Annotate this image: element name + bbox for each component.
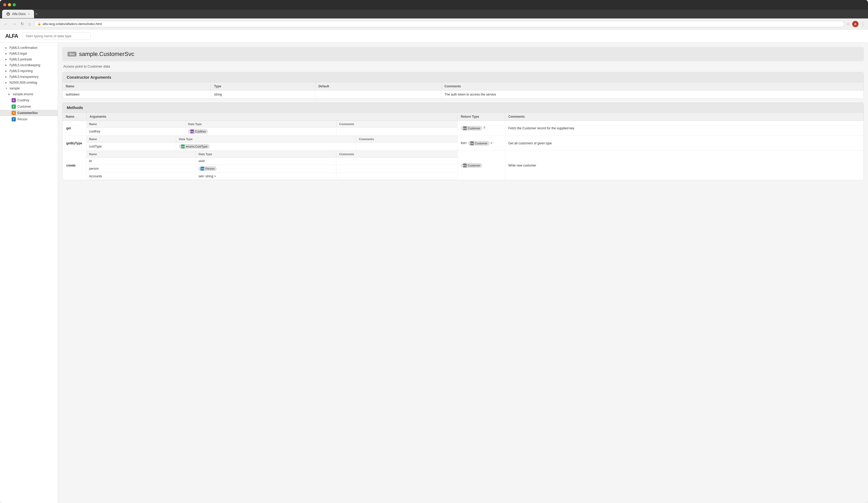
main-layout: ▶ FpML5.confirmation ▶ FpML5.legal ▶ FpM… [0, 43, 868, 503]
arg-comments [337, 173, 457, 180]
chevron-right-icon: ▶ [5, 52, 8, 55]
arg-comments [337, 165, 457, 173]
method-args-getbytype: Name Data Type Comments custType [86, 136, 457, 151]
sidebar-item-fpml5-recordkeeping[interactable]: ▶ FpML5.recordkeeping [0, 62, 58, 68]
sidebar-item-fpml5-legal[interactable]: ▶ FpML5.legal [0, 51, 58, 57]
chevron-right-icon: ▶ [5, 75, 8, 78]
sidebar-item-label: FpML5.pretrade [10, 58, 32, 61]
address-text: alfa-lang.io/labs/alfadocs-demo/index.ht… [43, 22, 102, 26]
sidebar-item-fpml5-pretrade[interactable]: ▶ FpML5.pretrade [0, 57, 58, 62]
row-name: authtoken [63, 91, 211, 99]
arg-col-name: Name [86, 121, 185, 127]
return-prefix: list< [461, 141, 468, 145]
chevron-right-icon: ▶ [5, 81, 8, 84]
person-chip: Tra Person [198, 166, 217, 171]
chevron-right-icon: ▶ [5, 47, 8, 49]
tab-add-button[interactable]: + [35, 12, 38, 16]
arg-name: Id [86, 157, 196, 165]
row-type: string [211, 91, 315, 99]
back-button[interactable]: ← [3, 21, 9, 27]
sidebar-item-fpml5-reporting[interactable]: ▶ FpML5.reporting [0, 68, 58, 74]
arg-row: person Tra Person [86, 165, 457, 173]
sidebar-item-customersvc[interactable]: S CustomerSvc [0, 110, 58, 116]
col-method-comments: Comments [505, 113, 864, 121]
arg-name: Accounts [86, 173, 196, 180]
col-method-name: Name [63, 113, 86, 121]
arg-datatype: Enm enums.CustType [176, 143, 356, 151]
bookmark-icon[interactable]: ☆ [847, 22, 850, 26]
sidebar-item-fpml5-confirmation[interactable]: ▶ FpML5.confirmation [0, 45, 58, 51]
sidebar: ▶ FpML5.confirmation ▶ FpML5.legal ▶ FpM… [0, 43, 58, 503]
args-table-get: Name Data Type Comments custKey [86, 121, 457, 136]
type-badge-k: K [12, 98, 16, 102]
sidebar-item-n2000[interactable]: ▶ N2000.N09.xmldsig [0, 80, 58, 85]
traffic-lights [3, 3, 16, 6]
method-name-getbytype: getByType [63, 136, 86, 151]
method-comments-get: Fetch the Customer record for the suppli… [505, 121, 864, 136]
active-tab[interactable]: A Alfa Docs ✕ [2, 10, 34, 18]
method-row-getbytype: getByType Name Data Type Comments [63, 136, 864, 151]
arg-comments [337, 157, 457, 165]
arg-name: custType [86, 143, 176, 151]
sidebar-item-label: FpML5.transparency [10, 75, 39, 79]
method-comments-create: Write new customer [505, 151, 864, 180]
key-badge: Key [190, 130, 194, 133]
arg-name: custKey [86, 127, 185, 136]
return-type-get: Ent Customer ? [457, 121, 505, 136]
ent-badge: Ent [470, 142, 474, 145]
more-options-icon[interactable]: ⋮ [861, 21, 865, 27]
methods-table: Name Arguments Return Type Comments get [63, 113, 864, 180]
col-arguments: Arguments [86, 113, 457, 121]
col-comments: Comments [441, 82, 864, 91]
app-container: ALFA ▶ FpML5.confirmation ▶ FpML5.legal … [0, 30, 868, 503]
sidebar-item-label: FpML5.recordkeeping [10, 63, 40, 67]
ent-badge: Ent [463, 164, 467, 167]
search-input[interactable] [22, 32, 91, 40]
chevron-right-icon: ▶ [9, 93, 11, 95]
chip-label: Customer [468, 127, 480, 130]
browser-window: A Alfa Docs ✕ + ← → ↻ ⌂ 🔒 alfa-lang.io/l… [0, 0, 868, 503]
arg-datatype: Tra Person [196, 165, 337, 173]
maximize-button[interactable] [13, 3, 16, 6]
service-title: sample.CustomerSvc [79, 51, 134, 58]
minimize-button[interactable] [8, 3, 11, 6]
sidebar-item-fpml5-transparency[interactable]: ▶ FpML5.transparency [0, 74, 58, 80]
return-suffix: ? [483, 126, 485, 130]
args-table-create: Name Data Type Comments Id [86, 151, 457, 180]
return-type-getbytype: list< Ent Customer > [457, 136, 505, 151]
chevron-down-icon: ▼ [5, 87, 8, 90]
custtype-chip: Enm enums.CustType [179, 144, 210, 149]
sidebar-item-sample[interactable]: ▼ sample [0, 85, 58, 91]
sidebar-item-label: Person [18, 117, 28, 121]
row-default [315, 91, 441, 99]
address-bar[interactable]: 🔒 alfa-lang.io/labs/alfadocs-demo/index.… [34, 21, 845, 27]
home-button[interactable]: ⌂ [27, 21, 32, 27]
arg-row: custType Enm enums.CustType [86, 143, 457, 151]
col-name: Name [63, 82, 211, 91]
type-badge-t: T [12, 117, 16, 121]
methods-section: Methods Name Arguments Return Type Comme… [62, 102, 864, 180]
close-button[interactable] [3, 3, 6, 6]
app-header: ALFA [0, 30, 868, 43]
lock-icon: 🔒 [38, 22, 41, 25]
tab-close-icon[interactable]: ✕ [28, 13, 30, 16]
sidebar-item-label: FpML5.confirmation [10, 46, 38, 50]
customer-return-chip: Ent Customer [468, 141, 490, 146]
title-bar [0, 0, 868, 10]
sidebar-item-customer[interactable]: E Customer [0, 103, 58, 110]
alfa-tab-icon: A [6, 12, 10, 16]
user-avatar[interactable]: A [852, 21, 858, 27]
sidebar-item-custkey[interactable]: K CustKey [0, 97, 58, 103]
forward-button[interactable]: → [11, 21, 18, 27]
custkey-chip: Key CustKey [188, 129, 208, 134]
refresh-button[interactable]: ↻ [20, 21, 25, 27]
sidebar-item-label: sample [10, 86, 20, 90]
sidebar-item-sample-enums[interactable]: ▶ sample.enums [0, 91, 58, 97]
method-comments-getbytype: Get all customers of given type [505, 136, 864, 151]
customer-return-chip: Ent Customer [461, 126, 483, 131]
chip-label: Customer [468, 164, 480, 167]
arg-col-name: Name [86, 136, 176, 143]
sidebar-item-person[interactable]: T Person [0, 116, 58, 122]
arg-col-datatype: Data Type [176, 136, 356, 143]
method-row-create: create Name Data Type Comments [63, 151, 864, 180]
